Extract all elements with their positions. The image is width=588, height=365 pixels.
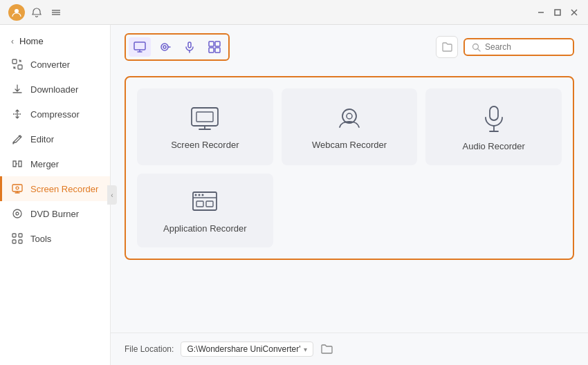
menu-icon[interactable]: [50, 6, 62, 19]
downloader-label: Downloader: [30, 84, 78, 95]
sidebar-item-tools[interactable]: Tools: [0, 226, 110, 251]
home-label: Home: [19, 36, 44, 46]
app-body: ‹ Home Converter Dow: [0, 25, 588, 365]
tab-app[interactable]: [203, 37, 226, 57]
merger-icon: [11, 158, 24, 170]
window-controls: [535, 7, 580, 18]
card-application-recorder[interactable]: Application Recorder: [137, 174, 273, 247]
svg-rect-30: [192, 108, 218, 126]
svg-rect-26: [209, 48, 214, 53]
sidebar-item-downloader[interactable]: Downloader: [0, 77, 110, 102]
svg-rect-40: [206, 201, 213, 207]
maximize-button[interactable]: [552, 7, 563, 18]
toolbar: [111, 25, 588, 69]
svg-point-20: [161, 44, 168, 50]
path-select[interactable]: G:\Wondershare UniConverter' ▾: [181, 341, 313, 357]
svg-point-33: [347, 113, 352, 119]
screen-recorder-card-icon: [190, 106, 220, 131]
dvd-burner-label: DVD Burner: [30, 209, 79, 219]
main-content: Screen Recorder Webcam Recorder: [111, 25, 588, 365]
card-webcam-recorder[interactable]: Webcam Recorder: [282, 88, 418, 165]
card-audio-recorder[interactable]: Audio Recorder: [425, 88, 562, 165]
svg-rect-27: [215, 48, 220, 53]
svg-point-42: [199, 194, 201, 196]
application-recorder-card-label: Application Recorder: [163, 223, 247, 234]
svg-point-41: [195, 194, 197, 196]
sidebar-item-merger[interactable]: Merger: [0, 151, 110, 176]
sidebar-item-editor[interactable]: Editor: [0, 127, 110, 151]
sidebar-item-converter[interactable]: Converter: [0, 52, 110, 77]
sidebar-collapse-handle[interactable]: ‹: [107, 185, 117, 205]
svg-rect-24: [209, 41, 214, 46]
search-box[interactable]: [463, 38, 574, 56]
user-avatar[interactable]: [8, 4, 25, 21]
notification-icon[interactable]: [30, 6, 43, 19]
tab-screen[interactable]: [129, 37, 151, 57]
svg-rect-15: [12, 234, 16, 237]
tab-audio[interactable]: [178, 37, 201, 57]
svg-rect-22: [188, 42, 191, 48]
cards-grid-wrapper: Screen Recorder Webcam Recorder: [125, 76, 574, 260]
webcam-recorder-card-label: Webcam Recorder: [312, 140, 387, 150]
editor-icon: [11, 133, 24, 145]
svg-rect-31: [196, 112, 213, 122]
bottom-bar: File Location: G:\Wondershare UniConvert…: [111, 333, 588, 365]
downloader-icon: [11, 83, 24, 95]
audio-recorder-card-label: Audio Recorder: [463, 141, 525, 151]
svg-point-0: [15, 9, 19, 13]
dvd-burner-icon: [11, 207, 24, 220]
svg-point-12: [16, 187, 19, 189]
cards-container: Screen Recorder Webcam Recorder: [111, 69, 588, 333]
svg-rect-25: [215, 41, 220, 46]
compressor-label: Compressor: [30, 109, 80, 120]
toolbar-tabs: [125, 33, 230, 61]
svg-rect-11: [12, 185, 22, 191]
compressor-icon: [11, 108, 24, 120]
svg-point-21: [163, 46, 166, 48]
svg-rect-16: [19, 234, 22, 237]
screen-recorder-icon: [11, 182, 24, 195]
sidebar-item-dvd-burner[interactable]: DVD Burner: [0, 201, 110, 226]
tools-icon: [11, 232, 24, 245]
screen-recorder-card-label: Screen Recorder: [171, 140, 239, 150]
svg-rect-17: [12, 240, 16, 243]
toolbar-right: [436, 36, 574, 58]
svg-rect-8: [12, 59, 17, 64]
titlebar-icons: [30, 6, 62, 19]
tools-label: Tools: [30, 234, 51, 244]
search-input[interactable]: [485, 42, 566, 52]
back-arrow-icon: ‹: [11, 37, 14, 46]
svg-point-13: [13, 209, 21, 218]
webcam-recorder-card-icon: [336, 106, 363, 131]
converter-label: Converter: [30, 59, 70, 70]
cards-grid: Screen Recorder Webcam Recorder: [137, 88, 562, 247]
path-text: G:\Wondershare UniConverter': [187, 344, 300, 354]
merger-label: Merger: [30, 159, 59, 169]
screen-recorder-label: Screen Recorder: [30, 184, 98, 194]
file-location-path: G:\Wondershare UniConverter' ▾: [181, 340, 335, 358]
sidebar-item-screen-recorder[interactable]: Screen Recorder: [0, 176, 110, 201]
svg-rect-34: [490, 106, 498, 120]
sidebar-item-compressor[interactable]: Compressor: [0, 102, 110, 127]
svg-rect-19: [134, 42, 145, 50]
converter-icon: [11, 58, 24, 71]
svg-rect-18: [19, 240, 22, 243]
tab-webcam[interactable]: [154, 37, 176, 57]
editor-label: Editor: [30, 134, 54, 144]
file-icon-button[interactable]: [436, 36, 458, 58]
svg-point-14: [16, 212, 19, 215]
file-location-label: File Location:: [125, 344, 174, 354]
titlebar-left: [8, 4, 62, 21]
search-icon: [472, 43, 481, 52]
audio-recorder-card-icon: [481, 105, 506, 133]
minimize-button[interactable]: [535, 7, 546, 18]
open-folder-button[interactable]: [318, 340, 336, 358]
sidebar-home[interactable]: ‹ Home: [0, 30, 110, 52]
path-dropdown-arrow-icon: ▾: [304, 346, 307, 353]
svg-rect-5: [555, 10, 560, 15]
card-screen-recorder[interactable]: Screen Recorder: [137, 88, 273, 165]
sidebar: ‹ Home Converter Dow: [0, 25, 111, 365]
close-button[interactable]: [569, 7, 580, 18]
svg-rect-39: [196, 201, 203, 207]
svg-line-29: [478, 48, 481, 51]
